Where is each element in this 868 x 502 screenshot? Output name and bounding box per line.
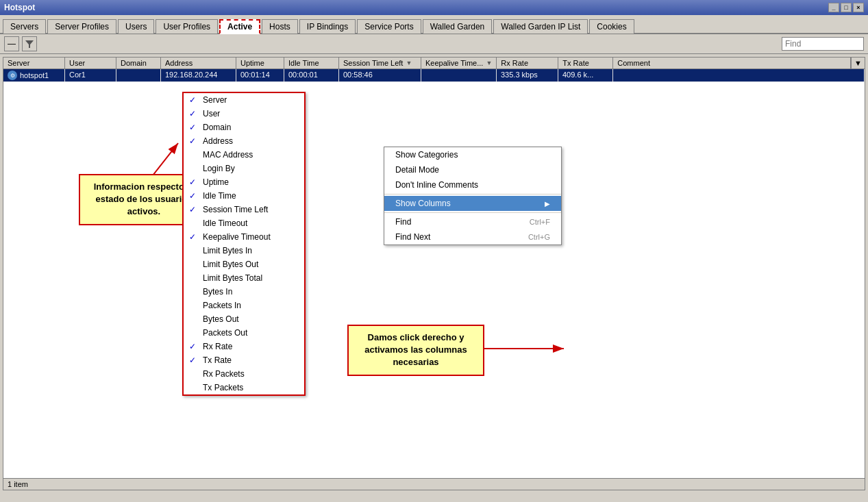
tab-ip-bindings[interactable]: IP Bindings [299,19,356,34]
table-header: Server User Domain Address Uptime Idle T… [3,58,865,69]
cell-domain [116,69,161,81]
check-idle-time: ✓ [189,191,196,201]
submenu-item-packets-in[interactable]: Packets In [184,299,304,312]
col-header-keepalive[interactable]: Keepalive Time... ▼ [421,58,497,68]
menu-item-detail-mode[interactable]: Detail Mode [384,162,561,177]
submenu-item-bytes-in[interactable]: Bytes In [184,285,304,299]
col-header-domain[interactable]: Domain [116,58,161,68]
col-header-comment[interactable]: Comment [613,58,851,68]
minus-button[interactable]: — [4,36,19,51]
cell-session-time-left: 00:58:46 [339,69,421,81]
menu-item-show-columns[interactable]: Show Columns ▶ [384,196,561,211]
menu-item-find[interactable]: Find Ctrl+F [384,214,561,229]
submenu-item-idle-time[interactable]: ✓ Idle Time [184,189,304,203]
col-header-rx-rate[interactable]: Rx Rate [497,58,558,68]
col-header-idle-time[interactable]: Idle Time [284,58,339,68]
window-controls: _ □ × [828,3,864,12]
cell-rx-rate: 335.3 kbps [497,69,558,81]
keepalive-sort-icon: ▼ [486,60,492,66]
session-sort-icon: ▼ [406,60,412,66]
submenu-arrow-icon: ▶ [545,200,550,208]
check-user: ✓ [189,109,196,118]
find-input[interactable] [782,37,864,51]
submenu-item-tx-packets[interactable]: Tx Packets [184,381,304,394]
svg-marker-0 [25,40,34,48]
check-server: ✓ [189,95,196,105]
status-bar: 1 item [3,478,865,490]
col-header-address[interactable]: Address [161,58,236,68]
check-keepalive-timeout: ✓ [189,232,196,242]
check-domain: ✓ [189,123,196,132]
submenu-item-tx-rate[interactable]: ✓ Tx Rate [184,353,304,367]
submenu-item-packets-out[interactable]: Packets Out [184,326,304,340]
menu-item-show-categories[interactable]: Show Categories [384,147,561,162]
submenu-item-keepalive-timeout[interactable]: ✓ Keepalive Timeout [184,230,304,244]
restore-button[interactable]: □ [841,3,852,12]
col-dropdown-btn[interactable]: ▼ [851,58,865,68]
tab-service-ports[interactable]: Service Ports [357,19,421,34]
submenu-item-rx-rate[interactable]: ✓ Rx Rate [184,340,304,353]
table-row[interactable]: ⚙ hotspot1 Cor1 192.168.20.244 00:01:14 … [3,69,865,82]
submenu-item-limit-bytes-in[interactable]: Limit Bytes In [184,244,304,258]
col-header-session-time-left[interactable]: Session Time Left ▼ [339,58,421,68]
tab-user-profiles[interactable]: User Profiles [156,19,218,34]
tab-cookies[interactable]: Cookies [589,19,634,34]
tab-bar: Servers Server Profiles Users User Profi… [0,15,868,34]
cell-comment [613,69,865,81]
check-address: ✓ [189,136,196,146]
tab-active[interactable]: Active [219,19,260,34]
submenu-item-mac-address[interactable]: MAC Address [184,148,304,162]
submenu-item-uptime[interactable]: ✓ Uptime [184,175,304,189]
submenu-item-login-by[interactable]: Login By [184,162,304,175]
tab-servers[interactable]: Servers [3,19,46,34]
menu-item-find-next[interactable]: Find Next Ctrl+G [384,229,561,244]
cell-tx-rate: 409.6 k... [558,69,613,81]
cell-address: 192.168.20.244 [161,69,236,81]
submenu-item-server[interactable]: ✓ Server [184,93,304,107]
check-session-time-left: ✓ [189,205,196,214]
col-header-tx-rate[interactable]: Tx Rate [558,58,613,68]
submenu-item-rx-packets[interactable]: Rx Packets [184,367,304,381]
col-header-user[interactable]: User [65,58,116,68]
annotation-box-2: Damos click derecho y activamos las colu… [347,325,484,376]
col-header-server[interactable]: Server [3,58,65,68]
tab-server-profiles[interactable]: Server Profiles [47,19,116,34]
title-bar: Hotspot _ □ × [0,0,868,15]
minimize-button[interactable]: _ [828,3,839,12]
cell-server: ⚙ hotspot1 [3,69,65,81]
app-title: Hotspot [4,3,35,12]
check-uptime: ✓ [189,177,196,187]
submenu-item-session-time-left[interactable]: ✓ Session Time Left [184,203,304,216]
submenu-item-domain[interactable]: ✓ Domain [184,121,304,134]
filter-button[interactable] [22,36,37,51]
find-box [782,37,864,51]
toolbar: — [0,34,868,54]
close-button[interactable]: × [853,3,864,12]
submenu-item-bytes-out[interactable]: Bytes Out [184,312,304,326]
submenu-item-limit-bytes-total[interactable]: Limit Bytes Total [184,271,304,285]
check-tx-rate: ✓ [189,355,196,365]
check-rx-rate: ✓ [189,342,196,351]
submenu-show-columns: ✓ Server ✓ User ✓ Domain ✓ Address MAC A… [182,92,306,396]
cell-keepalive [421,69,497,81]
filter-icon [25,39,34,49]
annotation-arrows [3,58,865,490]
menu-separator-1 [384,194,561,194]
menu-separator-2 [384,212,561,213]
tab-walled-garden[interactable]: Walled Garden [423,19,493,34]
server-icon: ⚙ [8,71,17,80]
item-count: 1 item [8,480,28,488]
submenu-item-user[interactable]: ✓ User [184,107,304,121]
context-menu: Show Categories Detail Mode Don't Inline… [384,147,562,245]
submenu-item-idle-timeout[interactable]: Idle Timeout [184,216,304,230]
submenu-item-limit-bytes-out[interactable]: Limit Bytes Out [184,258,304,271]
submenu-item-address[interactable]: ✓ Address [184,134,304,148]
col-header-uptime[interactable]: Uptime [236,58,284,68]
tab-walled-garden-ip[interactable]: Walled Garden IP List [493,19,588,34]
tab-users[interactable]: Users [118,19,154,34]
tab-hosts[interactable]: Hosts [262,19,298,34]
main-content: Server User Domain Address Uptime Idle T… [3,57,865,490]
cell-idle-time: 00:00:01 [284,69,339,81]
cell-user: Cor1 [65,69,116,81]
menu-item-dont-inline-comments[interactable]: Don't Inline Comments [384,177,561,192]
